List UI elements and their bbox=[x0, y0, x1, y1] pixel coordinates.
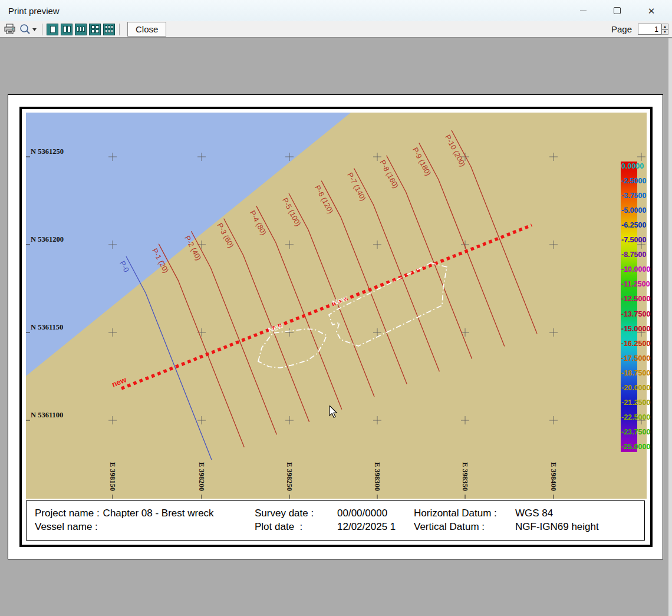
layout-4-pages-button[interactable] bbox=[89, 24, 101, 35]
preview-page: N 5361250N 5361200N 5361150N 5361100E 39… bbox=[8, 94, 663, 559]
color-scale-value: -21.2500 bbox=[621, 398, 650, 407]
close-button[interactable]: Close bbox=[127, 22, 166, 37]
vertical-datum-value: NGF-IGN69 height bbox=[515, 520, 599, 533]
page-spinner: ▲ ▼ bbox=[661, 24, 668, 35]
minimize-icon bbox=[580, 11, 587, 11]
color-scale-value: -3.7500 bbox=[621, 192, 646, 200]
color-scale-value: -2.5000 bbox=[621, 177, 646, 185]
layout-1-page-button[interactable] bbox=[47, 24, 58, 35]
datum-info-column: Horizontal Datum : WGS 84 Vertical Datum… bbox=[414, 506, 644, 540]
color-scale-value: -18.7500 bbox=[621, 369, 650, 377]
magnifier-icon bbox=[19, 24, 37, 35]
one-page-icon bbox=[50, 26, 55, 33]
two-pages-icon bbox=[63, 26, 67, 32]
close-icon: ✕ bbox=[648, 6, 655, 15]
layout-3-pages-button[interactable] bbox=[75, 24, 87, 35]
color-scale-value: -8.7500 bbox=[621, 251, 646, 259]
color-scale-value: -11.2500 bbox=[621, 280, 650, 288]
northing-label: N 5361200 bbox=[31, 235, 64, 243]
zoom-button[interactable] bbox=[18, 22, 38, 37]
layout-2-pages-button[interactable] bbox=[61, 24, 73, 35]
six-pages-icon bbox=[105, 25, 107, 29]
page-down-button[interactable]: ▼ bbox=[661, 29, 668, 35]
map-canvas: N 5361250N 5361200N 5361150N 5361100E 39… bbox=[26, 113, 647, 499]
color-scale-value: -16.2500 bbox=[621, 340, 650, 348]
minimize-button[interactable] bbox=[566, 0, 600, 21]
color-scale-value: -13.7500 bbox=[621, 310, 650, 318]
easting-label: E 398400 bbox=[549, 462, 558, 491]
project-name-value: Chapter 08 - Brest wreck bbox=[103, 506, 214, 520]
color-scale-value: -25.0000 bbox=[621, 443, 650, 451]
layout-6-pages-button[interactable] bbox=[103, 24, 115, 35]
vertical-datum-label: Vertical Datum : bbox=[414, 520, 515, 533]
close-window-button[interactable]: ✕ bbox=[634, 0, 668, 21]
northing-label: N 5361250 bbox=[31, 147, 64, 156]
color-scale-value: -12.5000 bbox=[621, 295, 650, 303]
easting-label: E 398150 bbox=[108, 462, 117, 491]
window-edge bbox=[668, 38, 672, 616]
project-info-column: Project name : Chapter 08 - Brest wreck … bbox=[35, 506, 255, 540]
print-preview-window: Print preview ✕ bbox=[0, 0, 672, 616]
plot-date-value: 12/02/2025 1 bbox=[337, 520, 396, 533]
horizontal-datum-label: Horizontal Datum : bbox=[414, 506, 515, 520]
color-scale-value: -17.5000 bbox=[621, 354, 650, 363]
preview-workspace: N 5361250N 5361200N 5361150N 5361100E 39… bbox=[0, 38, 672, 616]
titlebar: Print preview ✕ bbox=[0, 0, 672, 21]
page-label: Page bbox=[611, 24, 632, 34]
project-name-label: Project name : bbox=[35, 506, 100, 520]
color-scale-bar bbox=[621, 162, 637, 452]
easting-label: E 398350 bbox=[461, 462, 469, 491]
color-scale-value: -22.5000 bbox=[621, 413, 650, 421]
survey-date-value: 00/00/0000 bbox=[337, 506, 387, 520]
four-pages-icon bbox=[91, 25, 95, 29]
page-number-input[interactable] bbox=[638, 24, 661, 35]
color-scale-value: -20.0000 bbox=[621, 384, 650, 392]
page-up-button[interactable]: ▲ bbox=[661, 24, 668, 29]
window-title: Print preview bbox=[0, 6, 60, 16]
page-controls: Page ▲ ▼ bbox=[611, 24, 668, 35]
toolbar: Close Page ▲ ▼ bbox=[0, 21, 672, 38]
color-scale-value: -10.0000 bbox=[621, 265, 650, 274]
maximize-icon bbox=[614, 7, 621, 14]
printer-icon bbox=[4, 24, 16, 35]
maximize-button[interactable] bbox=[600, 0, 634, 21]
easting-label: E 398250 bbox=[285, 462, 294, 491]
color-scale-value: -6.2500 bbox=[621, 221, 646, 229]
color-scale-value: -7.5000 bbox=[621, 236, 646, 244]
northing-label: N 5361100 bbox=[31, 411, 63, 419]
date-info-column: Survey date : 00/00/0000 Plot date : 12/… bbox=[255, 506, 414, 540]
toolbar-separator bbox=[42, 24, 42, 35]
print-button[interactable] bbox=[2, 22, 17, 37]
three-pages-icon bbox=[77, 27, 79, 32]
color-scale-value: -23.7500 bbox=[621, 428, 650, 436]
survey-date-label: Survey date : bbox=[255, 506, 337, 520]
window-controls: ✕ bbox=[566, 0, 668, 21]
easting-label: E 398200 bbox=[197, 462, 206, 491]
easting-label: E 398300 bbox=[373, 462, 381, 491]
horizontal-datum-value: WGS 84 bbox=[515, 506, 553, 520]
vessel-name-label: Vessel name : bbox=[35, 520, 98, 533]
plot-date-label: Plot date : bbox=[255, 520, 337, 533]
toolbar-separator bbox=[119, 24, 120, 35]
color-scale-value: -15.0000 bbox=[621, 325, 650, 333]
color-scale-value: 0.0000 bbox=[621, 162, 644, 170]
color-scale-value: -5.0000 bbox=[621, 206, 646, 215]
northing-label: N 5361150 bbox=[31, 323, 63, 331]
plot-info-box: Project name : Chapter 08 - Brest wreck … bbox=[26, 500, 645, 541]
